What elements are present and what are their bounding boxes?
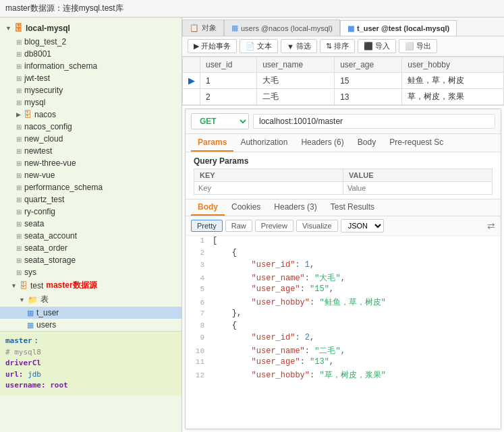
import-button[interactable]: ⬛ 导入 bbox=[358, 39, 396, 53]
col-header-user_hobby[interactable]: user_hobby bbox=[402, 57, 504, 73]
sidebar-item-test[interactable]: ▼ 🗄 test master数据源 bbox=[0, 278, 181, 292]
col-header-user_age[interactable]: user_age bbox=[335, 57, 402, 73]
req-tab-params[interactable]: Params bbox=[191, 134, 233, 152]
export-button[interactable]: ⬜ 导出 bbox=[399, 39, 437, 53]
format-select[interactable]: JSON XML HTML bbox=[341, 219, 384, 233]
cell-user_id-1[interactable]: 1 bbox=[200, 73, 257, 89]
sidebar-item-mysql[interactable]: ⊞ mysql bbox=[0, 96, 181, 109]
sidebar-item-sys[interactable]: ⊞ sys bbox=[0, 266, 181, 278]
cylinder-icon: ⊞ bbox=[16, 63, 22, 70]
sidebar-item-seata_storage[interactable]: ⊞ seata_storage bbox=[0, 254, 181, 266]
cylinder-icon: ⊞ bbox=[16, 148, 22, 155]
sidebar-item-new-vue[interactable]: ⊞ new-vue bbox=[0, 169, 181, 181]
params-value-input[interactable] bbox=[347, 184, 488, 192]
sidebar-item-new-three-vue[interactable]: ⊞ new-three-vue bbox=[0, 157, 181, 169]
sidebar-item-mysecurity[interactable]: ⊞ mysecurity bbox=[0, 84, 181, 96]
sidebar-item-users[interactable]: ▦ users bbox=[0, 319, 181, 331]
tab-t_user-test[interactable]: ▦ t_user @test (local-mysql) bbox=[340, 20, 457, 36]
cylinder-icon: ⊞ bbox=[16, 269, 22, 276]
sidebar-item-jwt-test[interactable]: ⊞ jwt-test bbox=[0, 72, 181, 84]
cell-user_name-1[interactable]: 大毛 bbox=[257, 73, 335, 89]
import-icon: ⬛ bbox=[364, 42, 373, 51]
fmt-visualize-button[interactable]: Visualize bbox=[296, 220, 338, 232]
sidebar-item-nacos[interactable]: ▶ 🗄 nacos bbox=[0, 109, 181, 121]
db-icon-test: 🗄 bbox=[20, 281, 28, 290]
json-line-10: 10 "user_name": "二毛", bbox=[186, 345, 501, 357]
top-bar: master数据源：连接mysql.test库 bbox=[0, 0, 504, 18]
req-tab-body[interactable]: Body bbox=[351, 134, 383, 152]
resp-tab-body[interactable]: Body bbox=[191, 199, 225, 216]
filter-button[interactable]: ▼ 筛选 bbox=[281, 39, 317, 53]
resp-tab-cookies[interactable]: Cookies bbox=[225, 199, 267, 216]
sidebar-item-information_schema[interactable]: ⊞ information_schema bbox=[0, 60, 181, 72]
cell-user_age-2[interactable]: 13 bbox=[335, 89, 402, 105]
cell-user_hobby-2[interactable]: 草，树皮，浆果 bbox=[402, 89, 504, 105]
resp-tab-headers[interactable]: Headers (3) bbox=[267, 199, 323, 216]
sidebar-item-t_user[interactable]: ▦ t_user bbox=[0, 307, 181, 319]
sidebar-item-quartz_test[interactable]: ⊞ quartz_test bbox=[0, 193, 181, 206]
sidebar-item-seata[interactable]: ⊞ seata bbox=[0, 218, 181, 230]
arrow-down-icon: ▼ bbox=[19, 297, 25, 303]
sidebar: ▼ 🗄 local-mysql ⊞ blog_test_2 ⊞ db8001 ⊞… bbox=[0, 18, 182, 432]
params-key-input[interactable] bbox=[198, 184, 339, 192]
sort-button[interactable]: ⇅ 排序 bbox=[320, 39, 355, 53]
code-keyword-url: url: bbox=[5, 370, 28, 379]
fmt-raw-button[interactable]: Raw bbox=[225, 220, 252, 232]
url-input[interactable] bbox=[253, 114, 495, 129]
req-tab-authorization[interactable]: Authorization bbox=[233, 134, 294, 152]
col-header-user_name[interactable]: user_name bbox=[257, 57, 335, 73]
json-line-2: 2 { bbox=[186, 248, 501, 260]
sidebar-item-seata_account[interactable]: ⊞ seata_account bbox=[0, 230, 181, 242]
sidebar-bottom-code: master： # mysql8 driverCl url: jdb usern… bbox=[0, 331, 181, 396]
sidebar-item-db8001[interactable]: ⊞ db8001 bbox=[0, 48, 181, 60]
transaction-icon: ▶ bbox=[194, 42, 199, 51]
cylinder-icon: ⊞ bbox=[16, 51, 22, 58]
cell-user_name-2[interactable]: 二毛 bbox=[257, 89, 335, 105]
data-table-area: user_id user_name user_age user_hobby ▶ … bbox=[182, 57, 504, 106]
tab-objects[interactable]: 📋 对象 bbox=[182, 20, 224, 36]
resp-tab-testresults[interactable]: Test Results bbox=[324, 199, 381, 216]
req-tab-headers[interactable]: Headers (6) bbox=[294, 134, 350, 152]
filter-icon: ▼ bbox=[287, 42, 294, 51]
cell-user_id-2[interactable]: 2 bbox=[200, 89, 257, 105]
page-title: master数据源：连接mysql.test库 bbox=[5, 3, 123, 14]
json-line-3: 3 "user_id": 1, bbox=[186, 260, 501, 272]
json-line-5: 5 "user_age": "15", bbox=[186, 284, 501, 297]
tab-users-nacos[interactable]: ▦ users @nacos (local-mysql) bbox=[224, 20, 340, 36]
right-panel: 📋 对象 ▦ users @nacos (local-mysql) ▦ t_us… bbox=[182, 18, 504, 432]
cylinder-icon: ⊞ bbox=[16, 135, 22, 143]
table-tab-icon-active: ▦ bbox=[347, 24, 354, 33]
sidebar-item-blog_test_2[interactable]: ⊞ blog_test_2 bbox=[0, 36, 181, 48]
params-table: KEY VALUE bbox=[194, 168, 493, 195]
cylinder-icon: ⊞ bbox=[16, 160, 22, 167]
method-select[interactable]: GET POST PUT DELETE bbox=[191, 113, 249, 129]
cylinder-icon: ⊞ bbox=[16, 99, 22, 106]
json-output-area: 1 [ 2 { 3 "user_id": 1, 4 "user_name": "… bbox=[186, 236, 501, 429]
sidebar-item-newtest[interactable]: ⊞ newtest bbox=[0, 145, 181, 157]
fmt-pretty-button[interactable]: Pretty bbox=[191, 220, 223, 232]
col-header-user_id[interactable]: user_id bbox=[200, 57, 257, 73]
wrap-icon[interactable]: ⇄ bbox=[487, 220, 495, 231]
req-tab-prerequest[interactable]: Pre-request Sc bbox=[383, 134, 450, 152]
query-params-title: Query Params bbox=[194, 156, 493, 166]
code-comment: # mysql8 bbox=[5, 348, 41, 357]
cell-user_age-1[interactable]: 15 bbox=[335, 73, 402, 89]
sidebar-item-ry-config[interactable]: ⊞ ry-config bbox=[0, 206, 181, 218]
text-button[interactable]: 📄 文本 bbox=[240, 39, 278, 53]
tree-root-local-mysql[interactable]: ▼ 🗄 local-mysql bbox=[0, 20, 181, 36]
cell-user_hobby-1[interactable]: 鲑鱼，草，树皮 bbox=[402, 73, 504, 89]
table-row[interactable]: 2 二毛 13 草，树皮，浆果 bbox=[183, 89, 504, 105]
cylinder-icon: ⊞ bbox=[16, 184, 22, 191]
query-params-section: Query Params KEY VALUE bbox=[186, 152, 501, 199]
sidebar-item-nacos_config[interactable]: ⊞ nacos_config bbox=[0, 121, 181, 133]
fmt-preview-button[interactable]: Preview bbox=[255, 220, 293, 232]
sidebar-item-seata_order[interactable]: ⊞ seata_order bbox=[0, 242, 181, 254]
code-keyword-driver: driverCl bbox=[5, 359, 41, 367]
sidebar-item-performance_schema[interactable]: ⊞ performance_schema bbox=[0, 181, 181, 193]
cylinder-icon: ⊞ bbox=[16, 75, 22, 82]
start-transaction-button[interactable]: ▶ 开始事务 bbox=[188, 39, 237, 53]
export-icon: ⬜ bbox=[405, 42, 414, 51]
sidebar-item-table-folder[interactable]: ▼ 📁 表 bbox=[0, 292, 181, 307]
sidebar-item-new_cloud[interactable]: ⊞ new_cloud bbox=[0, 133, 181, 145]
table-row[interactable]: ▶ 1 大毛 15 鲑鱼，草，树皮 bbox=[183, 73, 504, 89]
